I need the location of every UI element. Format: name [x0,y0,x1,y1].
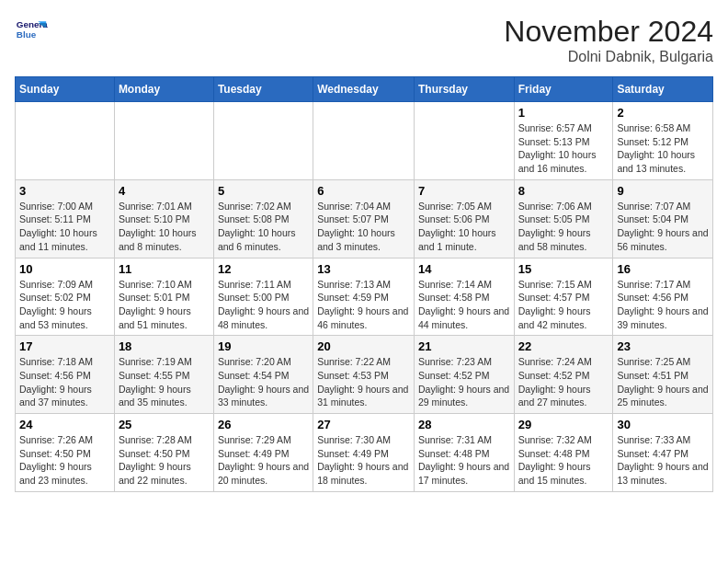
calendar-cell: 8Sunrise: 7:06 AM Sunset: 5:05 PM Daylig… [514,179,613,258]
calendar-cell [414,102,514,180]
calendar-week-5: 24Sunrise: 7:26 AM Sunset: 4:50 PM Dayli… [16,414,713,492]
day-info: Sunrise: 7:24 AM Sunset: 4:52 PM Dayligh… [518,355,609,409]
day-info: Sunrise: 6:58 AM Sunset: 5:12 PM Dayligh… [617,121,709,176]
calendar-cell [213,102,313,180]
calendar-cell: 12Sunrise: 7:11 AM Sunset: 5:00 PM Dayli… [213,258,313,336]
day-number: 20 [317,339,410,353]
day-info: Sunrise: 7:31 AM Sunset: 4:48 PM Dayligh… [418,433,510,488]
calendar-cell: 29Sunrise: 7:32 AM Sunset: 4:48 PM Dayli… [514,414,613,492]
logo-icon: General Blue [15,15,48,48]
calendar-week-2: 3Sunrise: 7:00 AM Sunset: 5:11 PM Daylig… [16,179,713,258]
calendar-cell: 20Sunrise: 7:22 AM Sunset: 4:53 PM Dayli… [313,336,415,414]
day-info: Sunrise: 7:14 AM Sunset: 4:58 PM Dayligh… [418,278,510,332]
calendar-cell: 22Sunrise: 7:24 AM Sunset: 4:52 PM Dayli… [514,336,613,414]
day-number: 11 [119,262,210,276]
calendar-cell: 5Sunrise: 7:02 AM Sunset: 5:08 PM Daylig… [213,179,313,258]
day-number: 4 [119,184,210,198]
day-info: Sunrise: 7:25 AM Sunset: 4:51 PM Dayligh… [617,355,709,409]
day-number: 23 [617,339,709,353]
day-info: Sunrise: 7:13 AM Sunset: 4:59 PM Dayligh… [317,278,410,332]
column-header-monday: Monday [114,77,213,102]
day-number: 30 [617,418,709,431]
day-info: Sunrise: 7:04 AM Sunset: 5:07 PM Dayligh… [317,200,410,254]
day-info: Sunrise: 7:10 AM Sunset: 5:01 PM Dayligh… [119,278,210,332]
calendar-cell: 15Sunrise: 7:15 AM Sunset: 4:57 PM Dayli… [514,258,613,336]
day-info: Sunrise: 7:11 AM Sunset: 5:00 PM Dayligh… [218,278,309,332]
calendar-week-3: 10Sunrise: 7:09 AM Sunset: 5:02 PM Dayli… [16,258,713,336]
calendar-cell: 30Sunrise: 7:33 AM Sunset: 4:47 PM Dayli… [613,414,713,492]
month-title: November 2024 [504,15,713,49]
calendar-cell: 3Sunrise: 7:00 AM Sunset: 5:11 PM Daylig… [16,179,115,258]
calendar-header-row: SundayMondayTuesdayWednesdayThursdayFrid… [16,77,713,102]
day-number: 26 [218,418,309,431]
day-info: Sunrise: 7:00 AM Sunset: 5:11 PM Dayligh… [19,200,110,254]
day-number: 13 [317,262,410,276]
calendar-cell: 13Sunrise: 7:13 AM Sunset: 4:59 PM Dayli… [313,258,415,336]
calendar-cell: 14Sunrise: 7:14 AM Sunset: 4:58 PM Dayli… [414,258,514,336]
day-number: 25 [119,418,210,431]
calendar-cell: 1Sunrise: 6:57 AM Sunset: 5:13 PM Daylig… [514,102,613,180]
day-number: 2 [617,106,709,120]
day-number: 18 [119,339,210,353]
calendar-cell: 17Sunrise: 7:18 AM Sunset: 4:56 PM Dayli… [16,336,115,414]
calendar-week-4: 17Sunrise: 7:18 AM Sunset: 4:56 PM Dayli… [16,336,713,414]
day-number: 19 [218,339,309,353]
day-number: 14 [418,262,510,276]
day-number: 16 [617,262,709,276]
calendar-cell [114,102,213,180]
day-number: 10 [19,262,110,276]
day-info: Sunrise: 7:15 AM Sunset: 4:57 PM Dayligh… [518,278,609,332]
calendar-cell: 10Sunrise: 7:09 AM Sunset: 5:02 PM Dayli… [16,258,115,336]
day-info: Sunrise: 7:02 AM Sunset: 5:08 PM Dayligh… [218,200,309,254]
day-info: Sunrise: 7:06 AM Sunset: 5:05 PM Dayligh… [518,200,609,254]
calendar-cell: 27Sunrise: 7:30 AM Sunset: 4:49 PM Dayli… [313,414,415,492]
day-number: 29 [518,418,609,431]
day-number: 3 [19,184,110,198]
header: General Blue November 2024 Dolni Dabnik,… [15,15,713,65]
calendar-cell: 19Sunrise: 7:20 AM Sunset: 4:54 PM Dayli… [213,336,313,414]
day-number: 28 [418,418,510,431]
location-title: Dolni Dabnik, Bulgaria [504,49,713,65]
calendar-cell: 24Sunrise: 7:26 AM Sunset: 4:50 PM Dayli… [16,414,115,492]
day-info: Sunrise: 7:26 AM Sunset: 4:50 PM Dayligh… [19,433,110,488]
day-number: 8 [518,184,609,198]
calendar-cell [16,102,115,180]
column-header-friday: Friday [514,77,613,102]
calendar-table: SundayMondayTuesdayWednesdayThursdayFrid… [15,76,713,492]
column-header-wednesday: Wednesday [313,77,415,102]
day-info: Sunrise: 7:18 AM Sunset: 4:56 PM Dayligh… [19,355,110,409]
day-info: Sunrise: 7:30 AM Sunset: 4:49 PM Dayligh… [317,433,410,488]
calendar-body: 1Sunrise: 6:57 AM Sunset: 5:13 PM Daylig… [16,102,713,492]
day-info: Sunrise: 7:32 AM Sunset: 4:48 PM Dayligh… [518,433,609,488]
calendar-week-1: 1Sunrise: 6:57 AM Sunset: 5:13 PM Daylig… [16,102,713,180]
column-header-thursday: Thursday [414,77,514,102]
logo: General Blue [15,15,48,48]
day-number: 1 [518,106,609,120]
column-header-tuesday: Tuesday [213,77,313,102]
day-number: 6 [317,184,410,198]
day-number: 7 [418,184,510,198]
calendar-cell: 6Sunrise: 7:04 AM Sunset: 5:07 PM Daylig… [313,179,415,258]
column-header-saturday: Saturday [613,77,713,102]
day-info: Sunrise: 6:57 AM Sunset: 5:13 PM Dayligh… [518,121,609,176]
calendar-cell: 4Sunrise: 7:01 AM Sunset: 5:10 PM Daylig… [114,179,213,258]
day-number: 24 [19,418,110,431]
calendar-cell: 2Sunrise: 6:58 AM Sunset: 5:12 PM Daylig… [613,102,713,180]
calendar-cell: 9Sunrise: 7:07 AM Sunset: 5:04 PM Daylig… [613,179,713,258]
day-info: Sunrise: 7:09 AM Sunset: 5:02 PM Dayligh… [19,278,110,332]
day-number: 12 [218,262,309,276]
day-info: Sunrise: 7:29 AM Sunset: 4:49 PM Dayligh… [218,433,309,488]
calendar-cell: 26Sunrise: 7:29 AM Sunset: 4:49 PM Dayli… [213,414,313,492]
calendar-cell: 23Sunrise: 7:25 AM Sunset: 4:51 PM Dayli… [613,336,713,414]
title-area: November 2024 Dolni Dabnik, Bulgaria [504,15,713,65]
day-number: 17 [19,339,110,353]
day-number: 5 [218,184,309,198]
day-info: Sunrise: 7:33 AM Sunset: 4:47 PM Dayligh… [617,433,709,488]
day-number: 21 [418,339,510,353]
day-info: Sunrise: 7:20 AM Sunset: 4:54 PM Dayligh… [218,355,309,409]
day-number: 22 [518,339,609,353]
svg-text:Blue: Blue [17,29,37,40]
calendar-cell: 11Sunrise: 7:10 AM Sunset: 5:01 PM Dayli… [114,258,213,336]
calendar-cell: 25Sunrise: 7:28 AM Sunset: 4:50 PM Dayli… [114,414,213,492]
day-number: 15 [518,262,609,276]
